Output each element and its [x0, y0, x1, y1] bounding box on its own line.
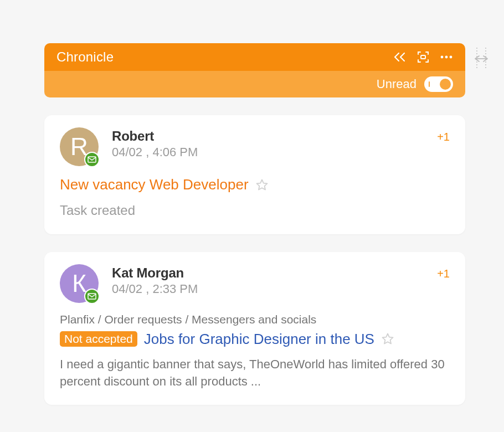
avatar[interactable]: R: [60, 127, 99, 166]
svg-point-6: [450, 56, 452, 59]
mail-badge-icon: [84, 289, 100, 304]
author-name: Kat Morgan: [112, 265, 437, 281]
unread-label: Unread: [377, 77, 416, 91]
resize-handle[interactable]: [474, 47, 488, 71]
svg-point-5: [445, 56, 448, 59]
svg-point-4: [441, 56, 444, 59]
card-snippet: I need a gigantic banner that says, TheO…: [60, 356, 450, 391]
star-icon[interactable]: [255, 178, 269, 192]
panel-title: Chronicle: [56, 49, 393, 65]
chronicle-panel: Chronicle Unread R: [44, 43, 465, 405]
author-name: Robert: [112, 128, 437, 144]
collapse-icon[interactable]: [393, 52, 407, 62]
avatar[interactable]: К: [60, 264, 99, 303]
panel-subheader: Unread: [44, 71, 465, 97]
svg-rect-3: [421, 55, 425, 59]
scan-icon[interactable]: [416, 50, 430, 64]
card-header: К Kat Morgan 04/02 , 2:33 PM +1: [60, 264, 450, 303]
card-header: R Robert 04/02 , 4:06 PM +1: [60, 127, 450, 166]
timestamp: 04/02 , 2:33 PM: [112, 282, 437, 296]
more-count[interactable]: +1: [437, 127, 450, 143]
svg-rect-8: [88, 294, 96, 299]
unread-toggle[interactable]: [424, 76, 453, 92]
panel-header: Chronicle: [44, 43, 465, 71]
more-icon[interactable]: [440, 55, 453, 59]
chronicle-card[interactable]: К Kat Morgan 04/02 , 2:33 PM +1 Planfix …: [44, 252, 465, 405]
timestamp: 04/02 , 4:06 PM: [112, 145, 437, 160]
status-badge: Not accepted: [60, 331, 137, 347]
more-count[interactable]: +1: [437, 264, 450, 280]
mail-badge-icon: [84, 152, 100, 167]
subject-link[interactable]: New vacancy Web Developer: [60, 176, 249, 193]
breadcrumb[interactable]: Planfix / Order requests / Messengers an…: [60, 313, 450, 326]
card-body-text: Task created: [60, 201, 450, 220]
chronicle-card[interactable]: R Robert 04/02 , 4:06 PM +1 New vacancy …: [44, 115, 465, 234]
svg-rect-7: [88, 157, 96, 162]
header-actions: [393, 50, 453, 64]
star-icon[interactable]: [381, 332, 394, 346]
subject-link[interactable]: Jobs for Graphic Designer in the US: [144, 331, 374, 348]
